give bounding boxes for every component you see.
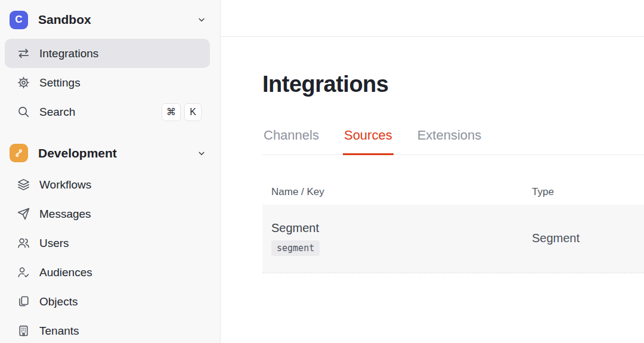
table-row[interactable]: Segment segment Segment bbox=[262, 205, 644, 273]
table-header: Name / Key Type bbox=[262, 180, 644, 205]
kbd-cmd: ⌘ bbox=[162, 103, 181, 121]
sidebar-item-objects[interactable]: Objects bbox=[5, 287, 210, 316]
sidebar-item-search[interactable]: Search ⌘ K bbox=[5, 97, 210, 126]
search-icon bbox=[17, 105, 30, 119]
sidebar-item-label: Settings bbox=[39, 76, 202, 89]
sidebar-item-audiences[interactable]: Audiences bbox=[5, 258, 210, 287]
sidebar-item-tenants[interactable]: Tenants bbox=[5, 316, 210, 343]
tab-extensions[interactable]: Extensions bbox=[416, 128, 483, 155]
sidebar-item-label: Objects bbox=[39, 295, 202, 308]
person-check-icon bbox=[17, 265, 30, 279]
sidebar-item-workflows[interactable]: Workflows bbox=[5, 170, 210, 199]
swap-arrows-icon bbox=[17, 47, 30, 60]
sidebar-item-settings[interactable]: Settings bbox=[5, 68, 210, 97]
main-area: Integrations Channels Sources Extensions… bbox=[221, 0, 644, 343]
sidebar-nav: Integrations Settings Search ⌘ K bbox=[0, 39, 220, 343]
top-bar bbox=[221, 0, 644, 37]
integration-type: Segment bbox=[532, 231, 580, 245]
integration-key-badge: segment bbox=[271, 240, 320, 256]
sidebar-item-label: Workflows bbox=[39, 178, 202, 191]
sidebar-item-integrations[interactable]: Integrations bbox=[5, 39, 210, 68]
chevron-down-icon bbox=[196, 14, 207, 25]
page-title: Integrations bbox=[262, 72, 644, 98]
gear-icon bbox=[17, 76, 30, 89]
sidebar-item-label: Search bbox=[39, 106, 162, 119]
sidebar-item-messages[interactable]: Messages bbox=[5, 199, 210, 228]
workspace-name: Sandbox bbox=[38, 13, 196, 27]
sidebar-section-label: Development bbox=[38, 146, 196, 160]
sidebar-item-label: Users bbox=[39, 237, 202, 250]
users-icon bbox=[17, 236, 30, 250]
integration-name: Segment bbox=[271, 221, 319, 235]
sidebar-item-label: Audiences bbox=[39, 266, 202, 279]
paper-plane-icon bbox=[17, 207, 30, 221]
branch-icon bbox=[10, 144, 28, 162]
cell-type: Segment bbox=[523, 205, 644, 273]
layers-icon bbox=[17, 178, 30, 191]
building-icon bbox=[17, 324, 30, 338]
search-shortcut: ⌘ K bbox=[162, 103, 202, 121]
integrations-page: Integrations Channels Sources Extensions… bbox=[221, 37, 644, 273]
sidebar-item-users[interactable]: Users bbox=[5, 228, 210, 258]
column-header-type: Type bbox=[523, 186, 644, 198]
sidebar-item-label: Tenants bbox=[39, 325, 202, 338]
tab-channels[interactable]: Channels bbox=[262, 128, 320, 155]
tab-bar: Channels Sources Extensions bbox=[262, 128, 644, 155]
kbd-k: K bbox=[184, 103, 202, 121]
copy-pages-icon bbox=[17, 295, 30, 308]
sidebar-section-development[interactable]: Development bbox=[0, 136, 220, 170]
sidebar-item-label: Integrations bbox=[39, 47, 202, 60]
tab-sources[interactable]: Sources bbox=[343, 128, 394, 155]
sidebar: C Sandbox Integrations Settings bbox=[0, 0, 221, 343]
chevron-down-icon bbox=[196, 148, 207, 159]
workspace-switcher[interactable]: C Sandbox bbox=[0, 6, 220, 33]
cell-name-key: Segment segment bbox=[262, 205, 523, 273]
column-header-name-key: Name / Key bbox=[262, 186, 523, 198]
sidebar-item-label: Messages bbox=[39, 208, 202, 221]
app-logo: C bbox=[10, 11, 28, 29]
sources-table: Name / Key Type Segment segment Segment bbox=[262, 180, 644, 273]
